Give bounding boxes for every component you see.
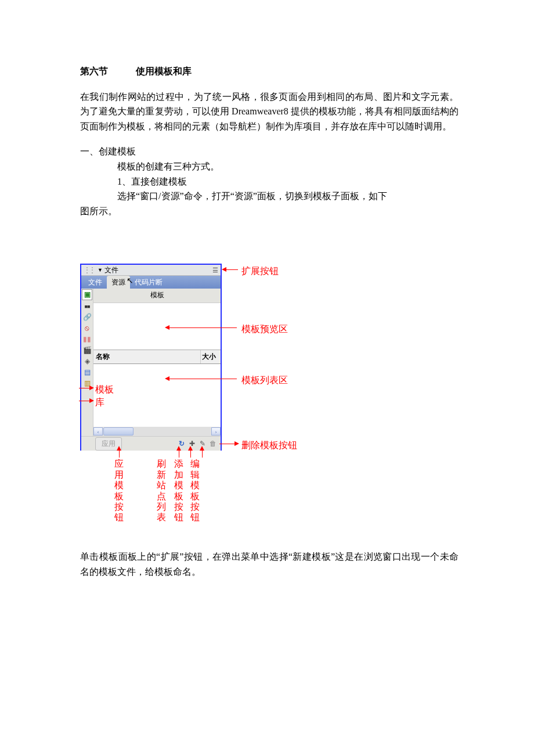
callout-apply-btn: 应用模板按钮 bbox=[114, 459, 124, 523]
template-preview-area bbox=[93, 303, 221, 350]
callout-arrow bbox=[167, 327, 237, 328]
panel-tabs: 文件 资源 ↖ 代码片断 bbox=[81, 276, 221, 289]
callout-arrow bbox=[167, 379, 237, 379]
expand-menu-icon[interactable]: ☰ bbox=[212, 265, 218, 276]
cursor-icon: ↖ bbox=[127, 275, 134, 287]
callout-arrow bbox=[219, 444, 237, 444]
collapse-triangle-icon[interactable]: ▼ bbox=[98, 266, 103, 274]
callout-expand: 扩展按钮 bbox=[241, 264, 279, 279]
col-name[interactable]: 名称 bbox=[93, 350, 201, 363]
subsection-1: 一、创建模板 bbox=[80, 144, 459, 159]
urls-icon[interactable]: 🔗 bbox=[81, 312, 93, 323]
callout-add: 添加模板按钮 bbox=[174, 459, 183, 523]
tab-snippets[interactable]: 代码片断 bbox=[130, 276, 167, 289]
images-icon[interactable]: ▣ bbox=[82, 289, 92, 300]
callout-arrow bbox=[119, 448, 120, 449]
subsection-1-line2: 1、直接创建模板 bbox=[80, 174, 459, 189]
list-header: 名称 大小 bbox=[93, 350, 221, 364]
templates-icon[interactable]: ▤ bbox=[81, 367, 93, 378]
section-title: 第六节 使用模板和库 bbox=[80, 64, 459, 79]
flash-icon[interactable]: ⦸ bbox=[81, 323, 93, 334]
asset-subhead: 模板 bbox=[93, 289, 221, 303]
subsection-1-line3: 选择“窗口/资源”命令，打开“资源”面板，切换到模板子面板，如下 bbox=[80, 189, 459, 204]
callout-arrow bbox=[202, 448, 203, 449]
assets-panel: ⋮⋮ ▼ 文件 ☰ 文件 资源 ↖ 代码片断 ▣ ■■ 🔗 ⦸ bbox=[80, 264, 222, 451]
horizontal-scrollbar[interactable]: ‹ › bbox=[93, 427, 221, 436]
tab-assets[interactable]: 资源 ↖ bbox=[107, 276, 130, 289]
callout-arrow bbox=[79, 401, 92, 401]
paragraph-2: 单击模板面板上的“扩展”按钮，在弹出菜单中选择“新建模板”这是在浏览窗口出现一个… bbox=[80, 549, 459, 579]
colors-icon[interactable]: ■■ bbox=[81, 301, 93, 312]
callout-preview: 模板预览区 bbox=[241, 322, 288, 337]
callout-arrow bbox=[179, 448, 179, 449]
delete-template-icon[interactable]: 🗑 bbox=[208, 438, 218, 449]
scroll-left-icon[interactable]: ‹ bbox=[93, 427, 103, 435]
tab-assets-label: 资源 bbox=[111, 278, 125, 286]
scroll-thumb[interactable] bbox=[103, 427, 134, 435]
callout-edit: 编辑模板按钮 bbox=[190, 459, 200, 523]
tab-files[interactable]: 文件 bbox=[84, 276, 107, 289]
subsection-1-line3-cont: 图所示。 bbox=[80, 204, 459, 219]
col-size[interactable]: 大小 bbox=[201, 350, 221, 363]
shockwave-icon[interactable]: ▮▮ bbox=[81, 334, 93, 345]
callout-arrow bbox=[224, 269, 238, 270]
grip-icon: ⋮⋮ bbox=[84, 265, 94, 276]
movies-icon[interactable]: 🎬 bbox=[81, 345, 93, 356]
callout-refresh: 刷新站点列表 bbox=[157, 459, 166, 523]
scripts-icon[interactable]: ◈ bbox=[81, 356, 93, 367]
intro-paragraph: 在我们制作网站的过程中，为了统一风格，很多页面会用到相同的布局、图片和文字元素。… bbox=[80, 89, 459, 134]
callout-arrow bbox=[79, 388, 92, 388]
panel-titlebar[interactable]: ⋮⋮ ▼ 文件 ☰ bbox=[81, 265, 221, 276]
scroll-right-icon[interactable]: › bbox=[211, 427, 221, 435]
panel-group-title: 文件 bbox=[104, 265, 118, 276]
assets-panel-figure: ⋮⋮ ▼ 文件 ☰ 文件 资源 ↖ 代码片断 ▣ ■■ 🔗 ⦸ bbox=[74, 253, 376, 538]
callout-arrow bbox=[190, 448, 191, 449]
subsection-1-line1: 模板的创建有三种方式。 bbox=[80, 159, 459, 174]
asset-type-sidebar: ▣ ■■ 🔗 ⦸ ▮▮ 🎬 ◈ ▤ ▥ bbox=[81, 289, 93, 436]
callout-delete: 删除模板按钮 bbox=[241, 438, 297, 453]
callout-library-label: 库 bbox=[95, 395, 104, 410]
callout-list: 模板列表区 bbox=[241, 373, 288, 388]
